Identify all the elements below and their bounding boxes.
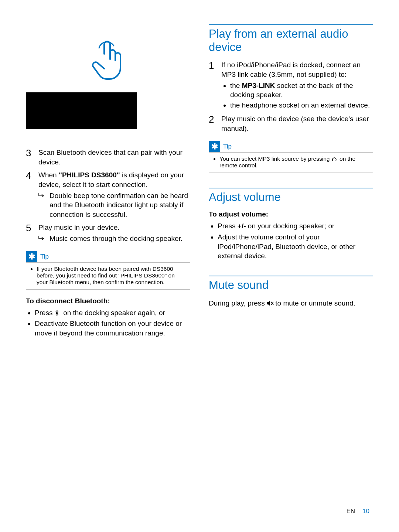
text-pre: the: [230, 82, 242, 89]
tip-header: ✱ Tip: [209, 141, 373, 153]
section-title: Adjust volume: [209, 191, 373, 204]
result-arrow: Double beep tone confirmation can be hea…: [38, 191, 190, 219]
sub-list: the MP3-LINK socket at the back of the d…: [221, 81, 373, 110]
device-illustration-placeholder: [26, 92, 137, 129]
tip-label: Tip: [40, 253, 49, 260]
source-icon: [331, 156, 338, 162]
tip-label: Tip: [223, 143, 232, 150]
list-item: Deactivate Bluetooth function on your de…: [35, 319, 190, 338]
section-rule: [209, 24, 373, 25]
step-3: 3 Scan Bluetooth devices that can pair w…: [26, 148, 190, 167]
list-item: the MP3-LINK socket at the back of the d…: [230, 81, 373, 100]
tip-body: If your Bluetooth device has been paired…: [26, 263, 190, 289]
asterisk-icon: ✱: [209, 141, 220, 152]
arrow-icon: [38, 191, 45, 219]
touch-figure: [26, 37, 190, 85]
disconnect-list: Press on the docking speaker again, or D…: [26, 308, 190, 338]
tip-text: You can select MP3 link source by pressi…: [219, 156, 369, 169]
text-pre: You can select MP3 link source by pressi…: [219, 156, 331, 162]
section-rule: [209, 276, 373, 276]
step-2: 2 Play music on the device (see the devi…: [209, 114, 373, 133]
adjust-list: Press +/- on your docking speaker; or Ad…: [209, 221, 373, 261]
text-bold: +/-: [238, 222, 246, 230]
bluetooth-icon: [55, 309, 61, 315]
step-text: If no iPod/iPhone/iPad is docked, connec…: [221, 60, 373, 110]
page-content: 3 Scan Bluetooth devices that can pair w…: [0, 0, 399, 340]
text-pre: Press: [218, 222, 238, 230]
tip-box: ✱ Tip You can select MP3 link source by …: [209, 141, 373, 173]
mute-body: During play, press to mute or unmute sou…: [209, 299, 373, 308]
result-arrow: Music comes through the docking speaker.: [38, 234, 190, 243]
tip-text: If your Bluetooth device has been paired…: [37, 266, 186, 286]
section-rule: [209, 188, 373, 188]
step-4: 4 When "PHILIPS DS3600" is displayed on …: [26, 170, 190, 219]
text: If no iPod/iPhone/iPad is docked, connec…: [221, 61, 361, 78]
text-bold: MP3-LINK: [242, 82, 275, 89]
section-title: Mute sound: [209, 279, 373, 292]
step-number: 2: [209, 114, 216, 133]
tip-header: ✱ Tip: [26, 251, 190, 263]
step-number: 4: [26, 170, 33, 219]
list-item: Press +/- on your docking speaker; or: [218, 221, 373, 231]
footer-page: 10: [362, 508, 369, 515]
section-play-external: Play from an external audio device 1 If …: [209, 24, 373, 173]
section-adjust-volume: Adjust volume To adjust volume: Press +/…: [209, 188, 373, 261]
mute-icon: [267, 299, 273, 305]
right-column: Play from an external audio device 1 If …: [209, 22, 373, 340]
step-text: Scan Bluetooth devices that can pair wit…: [38, 148, 190, 167]
tip-box: ✱ Tip If your Bluetooth device has been …: [26, 251, 190, 290]
text: Play music in your device.: [38, 224, 120, 231]
text-pre: When: [38, 171, 59, 179]
text-post: on your docking speaker; or: [246, 222, 335, 230]
list-item: Adjust the volume control of your iPod/i…: [218, 232, 373, 261]
footer-lang: EN: [346, 508, 355, 515]
arrow-text: Music comes through the docking speaker.: [50, 234, 183, 243]
step-text: Play music on the device (see the device…: [221, 114, 373, 133]
step-number: 3: [26, 148, 33, 167]
arrow-text: Double beep tone confirmation can be hea…: [50, 191, 190, 219]
section-title: Play from an external audio device: [209, 27, 373, 54]
text-post: to mute or unmute sound.: [273, 299, 355, 307]
tip-body: You can select MP3 link source by pressi…: [209, 153, 373, 173]
text-bold: "PHILIPS DS3600": [59, 171, 120, 179]
section-mute-sound: Mute sound During play, press to mute or…: [209, 276, 373, 308]
text-post: on the docking speaker again, or: [61, 309, 165, 317]
text-pre: Press: [35, 309, 55, 317]
list-item: Press on the docking speaker again, or: [35, 308, 190, 318]
step-number: 5: [26, 223, 33, 243]
step-1: 1 If no iPod/iPhone/iPad is docked, conn…: [209, 60, 373, 110]
arrow-icon: [38, 234, 45, 243]
list-item: the headphone socket on an external devi…: [230, 100, 373, 110]
page-footer: EN10: [346, 508, 369, 515]
step-text: Play music in your device. Music comes t…: [38, 223, 190, 243]
step-number: 1: [209, 60, 216, 110]
text-pre: During play, press: [209, 299, 267, 307]
adjust-heading: To adjust volume:: [209, 210, 373, 218]
touch-hand-icon: [88, 37, 129, 85]
step-5: 5 Play music in your device. Music comes…: [26, 223, 190, 243]
left-column: 3 Scan Bluetooth devices that can pair w…: [26, 22, 190, 340]
step-text: When "PHILIPS DS3600" is displayed on yo…: [38, 170, 190, 219]
disconnect-heading: To disconnect Bluetooth:: [26, 297, 190, 305]
asterisk-icon: ✱: [26, 251, 37, 262]
